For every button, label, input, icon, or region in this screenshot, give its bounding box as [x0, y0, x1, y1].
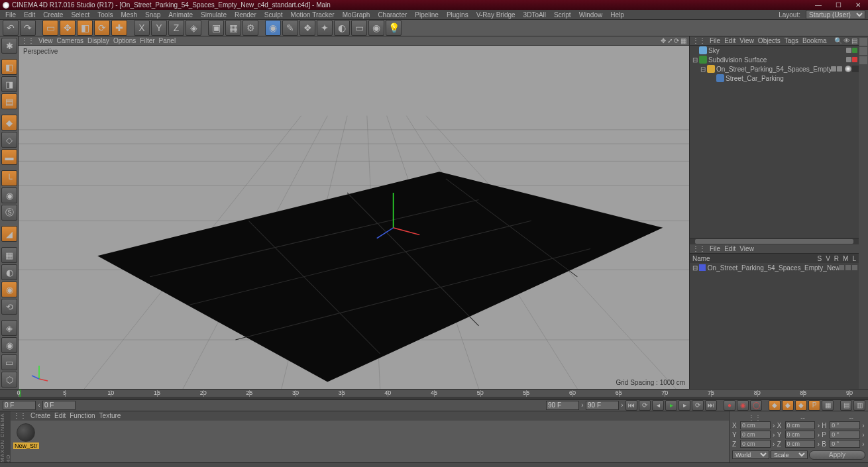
tweak-button[interactable]: ▦	[1, 247, 17, 263]
menu-window[interactable]: Window	[576, 11, 606, 19]
key-pla-button[interactable]: ▦	[822, 400, 834, 411]
menu-tools[interactable]: Tools	[95, 11, 115, 19]
size-x-field[interactable]: 0 cm	[785, 421, 816, 429]
obj-menu-tags[interactable]: Tags	[785, 37, 798, 44]
tree-row-onstreet[interactable]: ⊟ On_Street_Parking_54_Spaces_Empty_New	[690, 64, 859, 74]
take-flag-icon[interactable]	[852, 265, 857, 270]
goto-start-button[interactable]: ⏮	[625, 400, 637, 411]
menu-vray-bridge[interactable]: V-Ray Bridge	[474, 11, 518, 19]
rot-p-field[interactable]: 0 °	[830, 431, 860, 439]
tree-row-sky[interactable]: Sky	[690, 46, 859, 55]
obj-eye-icon[interactable]: 👁	[843, 37, 850, 44]
obj-menu-bookmarks[interactable]: Bookma	[802, 37, 827, 44]
vp-nav-orbit-icon[interactable]: ⟳	[674, 37, 679, 44]
autokey-button[interactable]: ◉	[737, 400, 749, 411]
menu-script[interactable]: Script	[551, 11, 574, 19]
menu-plugins[interactable]: Plugins	[444, 11, 471, 19]
expand-icon[interactable]: ⊟	[692, 56, 699, 64]
make-editable-button[interactable]: ✱	[1, 38, 17, 54]
menu-mesh[interactable]: Mesh	[119, 11, 140, 19]
takes-menu-edit[interactable]: Edit	[724, 245, 735, 252]
current-end-field[interactable]: 90 F	[546, 401, 579, 410]
size-y-field[interactable]: 0 cm	[785, 431, 816, 439]
menu-mograph[interactable]: MoGraph	[340, 11, 373, 19]
obj-handle-icon[interactable]: ⋮⋮	[692, 37, 706, 44]
expand-icon[interactable]: ⊟	[700, 66, 707, 73]
move-button[interactable]: ✥	[60, 20, 76, 36]
mat-menu-create[interactable]: Create	[30, 412, 50, 419]
key-rot-button[interactable]: ◆	[795, 400, 807, 411]
close-button[interactable]: ✕	[848, 0, 868, 10]
misc2-button[interactable]: ◈	[1, 320, 17, 336]
x-axis-button[interactable]: X	[134, 20, 150, 36]
y-axis-button[interactable]: Y	[151, 20, 167, 36]
takes-menu-view[interactable]: View	[739, 245, 754, 252]
menu-pipeline[interactable]: Pipeline	[412, 11, 441, 19]
spinner-icon[interactable]: ›	[620, 401, 624, 409]
pos-y-field[interactable]: 0 cm	[740, 431, 771, 439]
menu-3dtoall[interactable]: 3DToAll	[521, 11, 549, 19]
timeline-ruler[interactable]: 051015202530354045505560657075808590	[19, 389, 849, 397]
menu-help[interactable]: Help	[608, 11, 627, 19]
goto-end-button[interactable]: ⏭	[705, 400, 717, 411]
texture-tag-icon[interactable]	[845, 66, 851, 72]
mat-menu-function[interactable]: Function	[70, 412, 95, 419]
next-frame-button[interactable]: ▸	[678, 400, 690, 411]
deformer-button[interactable]: ✦	[317, 20, 333, 36]
camera-button[interactable]: ▭	[351, 20, 367, 36]
pos-z-field[interactable]: 0 cm	[740, 440, 771, 448]
take-expand-icon[interactable]: ⊟	[692, 264, 699, 272]
minimize-button[interactable]: —	[808, 0, 828, 10]
takes-handle-icon[interactable]: ⋮⋮	[692, 245, 706, 252]
z-axis-button[interactable]: Z	[168, 20, 184, 36]
texture-mode-button[interactable]: ◨	[1, 76, 17, 92]
coord-system-select[interactable]: World	[732, 450, 769, 459]
vp-nav-layout-icon[interactable]: ▦	[680, 37, 686, 44]
vp-menu-panel[interactable]: Panel	[159, 37, 176, 44]
misc5-button[interactable]: ⬡	[1, 372, 17, 388]
dock-btn[interactable]	[859, 47, 867, 55]
timeline[interactable]: 051015202530354045505560657075808590	[0, 389, 868, 397]
soft-select-button[interactable]: ◐	[1, 264, 17, 280]
misc3-button[interactable]: ◉	[1, 337, 17, 353]
size-z-field[interactable]: 0 cm	[785, 440, 816, 448]
obj-menu-edit[interactable]: Edit	[724, 37, 735, 44]
vp-menu-display[interactable]: Display	[87, 37, 109, 44]
key-pos-button[interactable]: ◆	[769, 400, 781, 411]
takes-panel[interactable]: ⊟ On_Street_Parking_54_Spaces_Empty_New	[690, 263, 859, 389]
pos-x-field[interactable]: 0 cm	[740, 421, 771, 429]
maximize-button[interactable]: ☐	[828, 0, 848, 10]
rot-h-field[interactable]: 0 °	[830, 421, 860, 429]
obj-h-scrollbar[interactable]	[690, 238, 859, 244]
workplane-button[interactable]: ▤	[1, 93, 17, 109]
timeline-window-button[interactable]: ▤	[840, 400, 852, 411]
coord-mode-select[interactable]: Scale	[771, 450, 808, 459]
spinner-icon[interactable]: ‹	[37, 401, 41, 409]
point-mode-button[interactable]: ◆	[1, 115, 17, 130]
menu-sculpt[interactable]: Sculpt	[262, 11, 286, 19]
menu-edit[interactable]: Edit	[21, 11, 38, 19]
vp-menu-view[interactable]: View	[38, 37, 53, 44]
material-browser[interactable]: New_Str	[11, 421, 729, 462]
range-start-field[interactable]: 0 F	[3, 401, 36, 410]
brush-button[interactable]: ◉	[1, 282, 17, 297]
model-mode-button[interactable]: ◧	[1, 59, 17, 75]
menu-character[interactable]: Character	[375, 11, 409, 19]
environment-button[interactable]: ◐	[334, 20, 350, 36]
viewport-solo-button[interactable]: ◉	[1, 187, 17, 203]
obj-search-icon[interactable]: 🔍	[834, 37, 842, 44]
menu-create[interactable]: Create	[40, 11, 66, 19]
vp-nav-pan-icon[interactable]: ✥	[661, 37, 666, 44]
dock-btn[interactable]	[859, 56, 867, 64]
menu-motion-tracker[interactable]: Motion Tracker	[288, 11, 337, 19]
take-flag-icon[interactable]	[839, 265, 844, 270]
vp-nav-zoom-icon[interactable]: ⤢	[667, 37, 673, 44]
menu-render[interactable]: Render	[232, 11, 259, 19]
material-swatch[interactable]: New_Str	[13, 423, 39, 460]
tree-row-streetcar[interactable]: Street_Car_Parking	[690, 74, 859, 83]
snap-toggle-button[interactable]: Ⓢ	[1, 205, 17, 221]
take-flag-icon[interactable]	[845, 265, 851, 270]
phong-tag-icon[interactable]	[852, 66, 859, 72]
takes-menu-file[interactable]: File	[710, 245, 720, 252]
menu-select[interactable]: Select	[68, 11, 92, 19]
